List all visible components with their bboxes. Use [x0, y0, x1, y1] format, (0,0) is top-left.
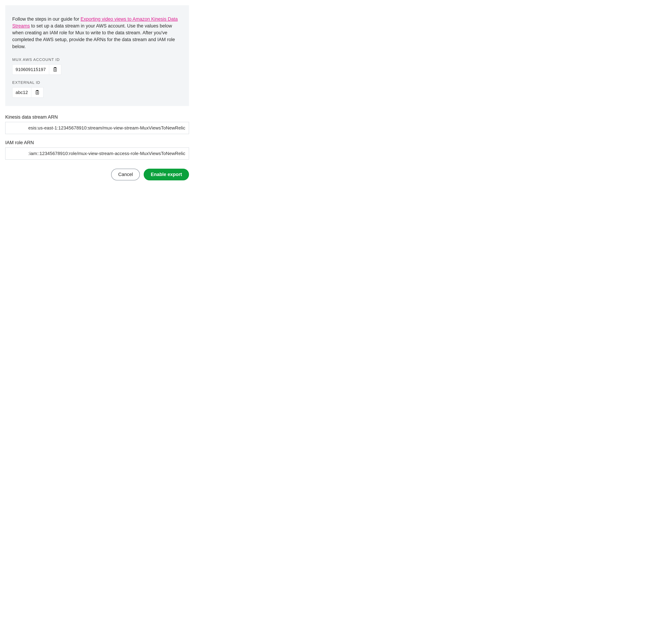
kinesis-arn-input[interactable]: [5, 122, 189, 134]
iam-role-arn-label: IAM role ARN: [5, 140, 189, 145]
copy-external-id-button[interactable]: [31, 87, 43, 98]
instructions-suffix: to set up a data stream in your AWS acco…: [12, 23, 175, 49]
mux-aws-account-id-label: MUX AWS ACCOUNT ID: [12, 57, 182, 62]
setup-info-box: Follow the steps in our guide for Export…: [5, 5, 189, 106]
kinesis-arn-label: Kinesis data stream ARN: [5, 114, 189, 120]
mux-aws-account-id-value: 910609115197: [12, 64, 49, 75]
svg-rect-5: [36, 91, 39, 94]
external-id-group: abc12: [12, 87, 43, 98]
clipboard-icon: [35, 90, 39, 94]
enable-export-button[interactable]: Enable export: [144, 169, 189, 180]
action-button-row: Cancel Enable export: [0, 166, 194, 186]
export-config-panel: Follow the steps in our guide for Export…: [0, 5, 194, 186]
cancel-button[interactable]: Cancel: [111, 169, 140, 180]
external-id-value: abc12: [12, 87, 31, 98]
clipboard-icon: [53, 67, 57, 72]
setup-instructions: Follow the steps in our guide for Export…: [12, 16, 182, 50]
instructions-prefix: Follow the steps in our guide for: [12, 16, 81, 22]
iam-role-arn-input[interactable]: [5, 147, 189, 160]
external-id-label: EXTERNAL ID: [12, 80, 182, 85]
arn-form-section: Kinesis data stream ARN IAM role ARN: [0, 110, 194, 166]
mux-aws-account-id-group: 910609115197: [12, 64, 61, 75]
copy-mux-account-id-button[interactable]: [49, 64, 61, 75]
svg-rect-0: [54, 68, 57, 71]
